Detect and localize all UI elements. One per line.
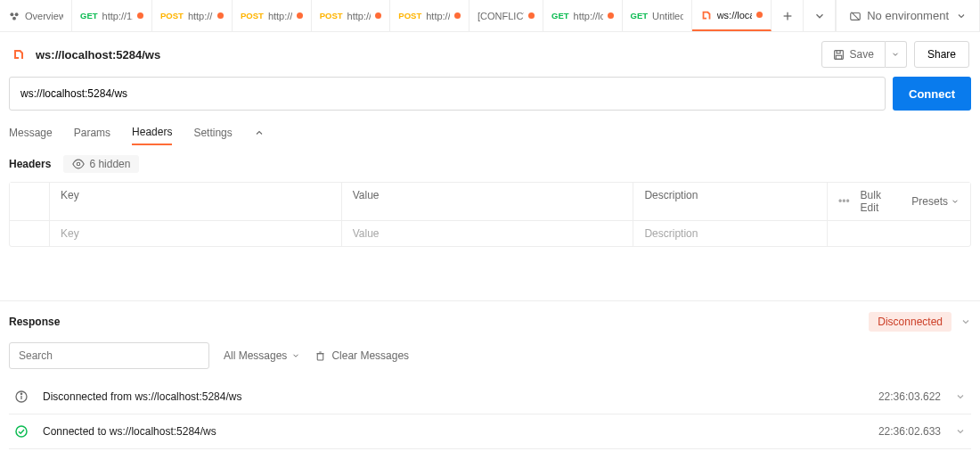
clear-label: Clear Messages <box>331 349 409 362</box>
save-dropdown-button[interactable] <box>886 41 907 68</box>
tab-item[interactable]: GEThttp://12 <box>72 0 152 31</box>
modified-dot-icon <box>217 12 224 19</box>
method-label: GET <box>631 11 649 21</box>
connection-status-badge: Disconnected <box>869 312 951 332</box>
tab-item[interactable]: GETUntitled <box>623 0 692 31</box>
headers-section-label: Headers <box>9 158 51 170</box>
svg-point-2 <box>12 16 16 20</box>
clear-messages-button[interactable]: Clear Messages <box>314 349 409 362</box>
svg-point-10 <box>78 162 81 166</box>
url-input[interactable] <box>9 77 886 111</box>
request-title: ws://localhost:5284/ws <box>36 48 160 62</box>
tab-label: [CONFLICT] <box>478 11 524 21</box>
headers-table: Key Value Description ••• Bulk Edit Pres… <box>9 182 971 247</box>
chevron-down-icon[interactable] <box>960 316 971 327</box>
message-row[interactable]: Connected to ws://localhost:5284/ws22:36… <box>9 414 971 449</box>
table-value-cell[interactable]: Value <box>342 221 634 246</box>
subtab-params[interactable]: Params <box>74 121 110 144</box>
table-key-header: Key <box>50 183 342 220</box>
svg-rect-11 <box>318 353 324 359</box>
save-icon <box>833 49 845 61</box>
message-timestamp: 22:36:03.622 <box>878 390 941 403</box>
subtab-headers[interactable]: Headers <box>132 120 172 145</box>
method-label: POST <box>241 11 264 21</box>
message-list: Disconnected from ws://localhost:5284/ws… <box>0 380 980 449</box>
save-button[interactable]: Save <box>821 41 886 68</box>
table-value-header: Value <box>342 183 634 220</box>
message-text: Connected to ws://localhost:5284/ws <box>43 425 864 438</box>
modified-dot-icon <box>297 12 303 19</box>
tab-item[interactable]: ws://loca <box>692 0 772 31</box>
table-description-cell[interactable]: Description <box>633 221 828 246</box>
response-title: Response <box>9 316 60 328</box>
svg-point-17 <box>16 426 27 437</box>
message-timestamp: 22:36:02.633 <box>878 425 941 438</box>
websocket-icon <box>11 46 27 62</box>
table-action-cell <box>828 221 970 246</box>
subtab-settings[interactable]: Settings <box>193 121 232 144</box>
tab-item[interactable]: POSThttp://l <box>233 0 312 31</box>
tab-label: Untitled <box>652 11 683 21</box>
tab-label: http://lo <box>574 11 603 21</box>
table-check-cell[interactable] <box>10 221 50 246</box>
tab-label: http://l <box>426 11 450 21</box>
table-description-header: Description <box>633 183 828 220</box>
message-row[interactable]: Disconnected from ws://localhost:5284/ws… <box>9 380 971 414</box>
tab-item[interactable]: POSThttp://l <box>312 0 391 31</box>
environment-label: No environment <box>867 9 949 22</box>
bulk-edit-button[interactable]: Bulk Edit <box>861 189 902 214</box>
method-label: GET <box>80 11 98 21</box>
chevron-down-icon <box>956 11 967 21</box>
success-icon <box>14 424 29 439</box>
table-more-icon[interactable]: ••• <box>838 195 850 208</box>
connect-button[interactable]: Connect <box>893 77 971 111</box>
svg-point-16 <box>20 393 21 394</box>
share-button[interactable]: Share <box>914 41 969 68</box>
method-label: GET <box>551 11 569 21</box>
table-check-header <box>10 183 50 220</box>
modified-dot-icon <box>375 12 381 19</box>
method-label: POST <box>398 11 421 21</box>
table-key-cell[interactable]: Key <box>50 221 342 246</box>
message-search-input[interactable] <box>9 342 209 369</box>
tab-item[interactable]: POSThttp://1 <box>152 0 233 31</box>
environment-selector[interactable]: No environment <box>836 0 979 31</box>
filter-label: All Messages <box>224 349 287 362</box>
eye-icon <box>72 158 85 170</box>
modified-dot-icon <box>608 12 614 19</box>
hidden-headers-toggle[interactable]: 6 hidden <box>63 155 139 173</box>
presets-button[interactable]: Presets <box>911 195 960 208</box>
new-tab-button[interactable] <box>772 0 804 31</box>
chevron-down-icon <box>955 426 966 437</box>
chevron-down-icon <box>955 391 966 402</box>
modified-dot-icon <box>528 12 535 19</box>
tab-item[interactable]: [CONFLICT] <box>470 0 543 31</box>
hidden-count-label: 6 hidden <box>89 158 130 170</box>
tab-label: http://l <box>268 11 292 21</box>
presets-label: Presets <box>911 195 948 208</box>
method-label: POST <box>160 11 184 21</box>
tab-label: ws://loca <box>717 10 753 21</box>
chevron-up-icon[interactable] <box>254 127 265 138</box>
svg-rect-9 <box>836 55 842 59</box>
tab-item[interactable]: GEThttp://lo <box>543 0 622 31</box>
tab-bar: OverviewGEThttp://12POSThttp://1POSThttp… <box>0 0 772 31</box>
message-text: Disconnected from ws://localhost:5284/ws <box>43 390 864 403</box>
info-icon <box>14 390 29 404</box>
tab-item[interactable]: Overview <box>0 0 72 31</box>
modified-dot-icon <box>137 12 143 19</box>
tab-label: http://1 <box>188 11 213 21</box>
message-filter-select[interactable]: All Messages <box>224 349 300 362</box>
svg-point-0 <box>10 12 13 16</box>
trash-icon <box>314 350 326 362</box>
tab-overflow-button[interactable] <box>804 0 836 31</box>
tab-label: http://l <box>347 11 372 21</box>
svg-point-1 <box>15 12 19 16</box>
tab-item[interactable]: POSThttp://l <box>390 0 470 31</box>
websocket-icon <box>700 9 713 21</box>
no-env-icon <box>849 10 862 22</box>
modified-dot-icon <box>454 12 461 19</box>
tab-label: Overview <box>25 11 63 21</box>
subtab-message[interactable]: Message <box>9 121 53 144</box>
subtab-strip: MessageParamsHeadersSettings <box>0 119 980 146</box>
